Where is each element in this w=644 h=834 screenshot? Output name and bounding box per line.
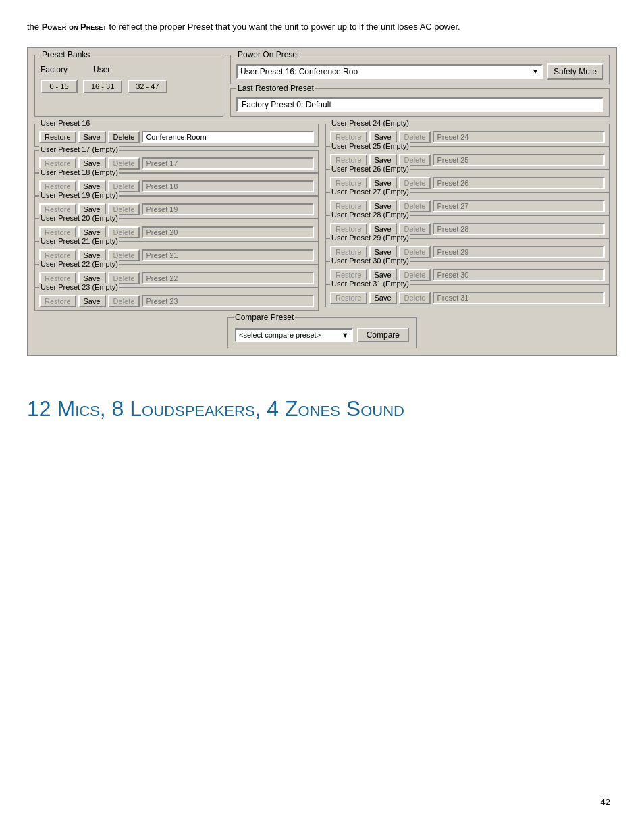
compare-select-dropdown[interactable]: <select compare preset> ▼ [235,328,353,342]
preset-item-23: User Preset 23 (Empty) Restore Save Dele… [34,288,319,311]
preset-30-name: Preset 30 [433,269,605,281]
preset-26-title: User Preset 26 (Empty) [330,165,410,173]
power-on-preset-group: Power On Preset User Preset 16: Conferen… [230,55,610,84]
compare-placeholder: <select compare preset> [239,331,321,339]
compare-button[interactable]: Compare [357,328,409,342]
preset-29-title: User Preset 29 (Empty) [330,234,410,242]
preset-31-name: Preset 31 [433,292,605,304]
preset-21-title: User Preset 21 (Empty) [39,237,119,245]
factory-label: Factory [41,65,68,74]
power-on-dropdown[interactable]: User Preset 16: Conference Roo ▼ [236,64,543,79]
preset-21-name: Preset 21 [142,249,314,261]
preset-29-name: Preset 29 [433,246,605,258]
preset-31-row: Restore Save Delete Preset 31 [330,292,605,304]
presets-grid: User Preset 16 Restore Save Delete Confe… [34,124,610,311]
preset-27-title: User Preset 27 (Empty) [330,188,410,196]
preset-28-name: Preset 28 [433,223,605,235]
last-restored-title: Last Restored Preset [236,84,315,93]
preset-19-name: Preset 19 [142,203,314,215]
bank-btn-16-31[interactable]: 16 - 31 [83,80,122,93]
preset-23-restore-btn[interactable]: Restore [39,295,76,307]
preset-23-title: User Preset 23 (Empty) [39,283,119,291]
preset-31-title: User Preset 31 (Empty) [330,280,410,288]
preset-27-name: Preset 27 [433,200,605,212]
intro-highlight: Power on Preset [42,22,107,32]
dropdown-arrow-icon: ▼ [532,68,539,75]
preset-24-title: User Preset 24 (Empty) [330,119,410,127]
preset-23-save-btn[interactable]: Save [78,295,106,307]
preset-26-name: Preset 26 [433,177,605,189]
chapter-heading: 12 Mics, 8 Loudspeakers, 4 Zones Sound [27,396,617,421]
bank-buttons-row: 0 - 15 16 - 31 32 - 47 [41,80,217,93]
page-number: 42 [601,797,610,807]
main-panel: Preset Banks Factory User 0 - 15 16 - 31… [27,47,617,356]
preset-item-31: User Preset 31 (Empty) Restore Save Dele… [325,284,610,307]
user-label: User [93,65,110,74]
bank-btn-32-47[interactable]: 32 - 47 [128,80,167,93]
preset-25-title: User Preset 25 (Empty) [330,142,410,150]
presets-right-column: User Preset 24 (Empty) Restore Save Dele… [325,124,610,311]
preset-item-16: User Preset 16 Restore Save Delete Confe… [34,124,319,147]
preset-28-title: User Preset 28 (Empty) [330,211,410,219]
preset-22-title: User Preset 22 (Empty) [39,260,119,268]
power-on-selected-value: User Preset 16: Conference Roo [240,67,358,76]
intro-text-after: to reflect the proper Preset that you wa… [107,22,460,32]
preset-16-row: Restore Save Delete Conference Room [39,131,314,143]
preset-31-save-btn[interactable]: Save [369,292,397,304]
presets-left-column: User Preset 16 Restore Save Delete Confe… [34,124,319,311]
compare-preset-title: Compare Preset [234,313,295,322]
factory-user-row: Factory User [41,65,217,74]
power-on-preset-title: Power On Preset [236,50,300,59]
top-row: Preset Banks Factory User 0 - 15 16 - 31… [34,55,610,117]
preset-23-row: Restore Save Delete Preset 23 [39,295,314,307]
last-restored-value: Factory Preset 0: Default [236,97,603,112]
preset-16-title: User Preset 16 [39,119,91,127]
bottom-section: Compare Preset <select compare preset> ▼… [34,317,610,348]
preset-19-title: User Preset 19 (Empty) [39,191,119,199]
intro-paragraph: the Power on Preset to reflect the prope… [27,20,608,34]
preset-16-name[interactable]: Conference Room [142,131,314,143]
preset-31-restore-btn[interactable]: Restore [330,292,367,304]
preset-23-delete-btn[interactable]: Delete [108,295,140,307]
power-on-row: User Preset 16: Conference Roo ▼ Safety … [236,63,603,80]
preset-25-name: Preset 25 [433,154,605,166]
right-top-section: Power On Preset User Preset 16: Conferen… [230,55,610,117]
preset-18-name: Preset 18 [142,180,314,192]
preset-banks-content: Factory User 0 - 15 16 - 31 32 - 47 [41,65,217,93]
preset-23-name: Preset 23 [142,295,314,307]
compare-preset-group: Compare Preset <select compare preset> ▼… [227,317,417,348]
preset-banks-group: Preset Banks Factory User 0 - 15 16 - 31… [34,55,223,117]
presets-left-dynamic: User Preset 17 (Empty) Restore Save Dele… [34,150,319,311]
preset-22-name: Preset 22 [142,272,314,284]
preset-18-title: User Preset 18 (Empty) [39,168,119,176]
preset-16-save-btn[interactable]: Save [78,131,106,143]
preset-24-name: Preset 24 [433,131,605,143]
safety-mute-button[interactable]: Safety Mute [547,63,603,80]
preset-20-name: Preset 20 [142,226,314,238]
compare-dropdown-arrow-icon: ▼ [342,331,349,339]
preset-30-title: User Preset 30 (Empty) [330,257,410,265]
intro-text-before: the [27,22,42,32]
preset-20-title: User Preset 20 (Empty) [39,214,119,222]
preset-31-delete-btn[interactable]: Delete [399,292,431,304]
preset-banks-title: Preset Banks [41,50,91,59]
last-restored-preset-group: Last Restored Preset Factory Preset 0: D… [230,88,610,117]
compare-row: <select compare preset> ▼ Compare [235,328,409,342]
preset-16-delete-btn[interactable]: Delete [108,131,140,143]
preset-16-restore-btn[interactable]: Restore [39,131,76,143]
presets-right-dynamic: User Preset 24 (Empty) Restore Save Dele… [325,124,610,307]
preset-17-title: User Preset 17 (Empty) [39,145,119,153]
bank-btn-0-15[interactable]: 0 - 15 [41,80,78,93]
preset-17-name: Preset 17 [142,157,314,170]
